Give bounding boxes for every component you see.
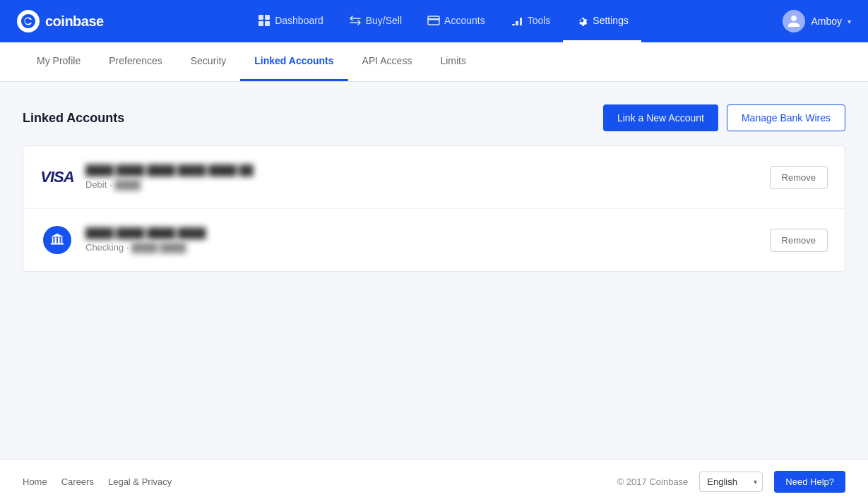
footer-links: Home Careers Legal & Privacy xyxy=(23,476,172,487)
accounts-container: VISA ████ ████ ████ ████ ████ ██ Debit ·… xyxy=(23,145,845,272)
account-name: ████ ████ ████ ████ xyxy=(85,227,206,239)
bank-icon xyxy=(40,223,74,257)
language-select[interactable]: English Español Français Deutsch 日本語 xyxy=(699,472,763,492)
logo[interactable]: coinbase xyxy=(17,10,104,32)
settings-tabs: My Profile Preferences Security Linked A… xyxy=(0,42,868,82)
footer: Home Careers Legal & Privacy © 2017 Coin… xyxy=(0,459,868,504)
tab-api-access[interactable]: API Access xyxy=(348,42,427,81)
link-new-account-button[interactable]: Link a New Account xyxy=(603,104,718,131)
tab-linked-accounts[interactable]: Linked Accounts xyxy=(240,42,347,81)
nav-accounts[interactable]: Accounts xyxy=(415,0,498,42)
nav-dashboard[interactable]: Dashboard xyxy=(245,0,336,42)
account-number: ████ ████ xyxy=(131,242,186,253)
copyright: © 2017 Coinbase xyxy=(617,476,689,487)
footer-legal-link[interactable]: Legal & Privacy xyxy=(108,476,172,487)
bank-building-icon xyxy=(49,232,65,248)
footer-right: © 2017 Coinbase English Español Français… xyxy=(617,471,845,493)
need-help-button[interactable]: Need Help? xyxy=(774,471,845,493)
logo-text: coinbase xyxy=(45,13,104,30)
table-row: ████ ████ ████ ████ Checking · ████ ████… xyxy=(23,209,845,271)
dashboard-icon xyxy=(258,14,270,27)
user-chevron-icon: ▾ xyxy=(848,18,851,25)
account-detail: Debit · ████ xyxy=(85,179,770,190)
tab-security[interactable]: Security xyxy=(177,42,241,81)
accounts-icon xyxy=(427,14,440,27)
account-detail: Checking · ████ ████ xyxy=(85,241,770,253)
user-menu[interactable]: Amboy ▾ xyxy=(783,10,851,32)
tools-icon xyxy=(511,14,523,27)
section-title: Linked Accounts xyxy=(23,111,124,126)
manage-bank-wires-button[interactable]: Manage Bank Wires xyxy=(727,104,845,131)
table-row: VISA ████ ████ ████ ████ ████ ██ Debit ·… xyxy=(23,146,845,209)
tab-limits[interactable]: Limits xyxy=(426,42,480,81)
tab-my-profile[interactable]: My Profile xyxy=(23,42,95,81)
svg-rect-2 xyxy=(265,15,270,20)
account-number: ████ xyxy=(114,179,141,190)
section-header: Linked Accounts Link a New Account Manag… xyxy=(23,104,845,131)
main-content: Linked Accounts Link a New Account Manag… xyxy=(0,82,868,459)
footer-home-link[interactable]: Home xyxy=(23,476,47,487)
account-info: ████ ████ ████ ████ ████ ██ Debit · ████ xyxy=(85,164,770,190)
account-type-label: Checking · xyxy=(85,242,131,253)
tab-preferences[interactable]: Preferences xyxy=(95,42,176,81)
avatar xyxy=(783,10,805,32)
account-type-label: Debit · xyxy=(85,179,114,190)
section-actions: Link a New Account Manage Bank Wires xyxy=(603,104,845,131)
main-nav: Dashboard Buy/Sell Accounts Tools Settin… xyxy=(245,0,641,42)
visa-icon: VISA xyxy=(40,160,74,194)
coinbase-logo-icon xyxy=(17,10,40,32)
account-info: ████ ████ ████ ████ Checking · ████ ████ xyxy=(85,227,770,253)
account-name: ████ ████ ████ ████ ████ ██ xyxy=(85,164,254,176)
nav-buysell[interactable]: Buy/Sell xyxy=(336,0,415,42)
svg-rect-4 xyxy=(265,21,270,26)
svg-rect-3 xyxy=(258,21,263,26)
settings-icon xyxy=(576,14,588,27)
nav-settings[interactable]: Settings xyxy=(563,0,641,42)
svg-rect-5 xyxy=(428,16,439,25)
nav-tools[interactable]: Tools xyxy=(498,0,564,42)
footer-careers-link[interactable]: Careers xyxy=(61,476,94,487)
buysell-icon xyxy=(349,14,362,27)
remove-bank-button[interactable]: Remove xyxy=(770,229,828,252)
svg-rect-6 xyxy=(428,18,439,20)
header: coinbase Dashboard Buy/Sell Accounts Too… xyxy=(0,0,868,42)
remove-visa-button[interactable]: Remove xyxy=(770,166,828,189)
svg-rect-1 xyxy=(258,15,263,20)
user-name: Amboy xyxy=(811,16,842,27)
language-selector-wrapper: English Español Français Deutsch 日本語 ▾ xyxy=(699,472,763,492)
